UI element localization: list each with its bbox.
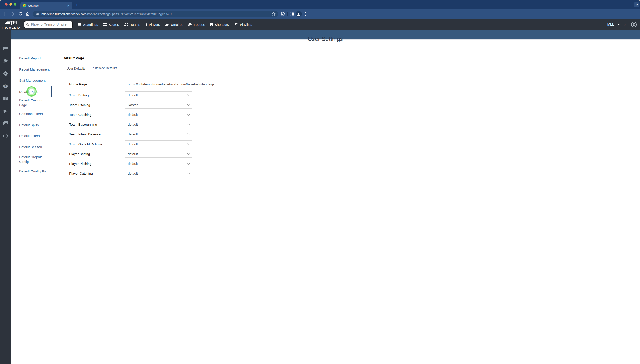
- nav-items: StandingsScoresTeamsPlayersUmpiresLeague…: [78, 23, 252, 26]
- nav-item-shortcuts[interactable]: Shortcuts: [210, 23, 229, 26]
- browser-toolbar: mlbdemo.trumedianetworks.com/baseball/se…: [0, 9, 320, 19]
- defaults-form: Home PageTeam BattingdefaultTeam Pitchin…: [69, 80, 274, 180]
- field-label: Team Catching: [69, 111, 125, 118]
- nav-item-playlists[interactable]: Playlists: [234, 23, 252, 26]
- team-catching-select[interactable]: default: [125, 111, 192, 118]
- defaults-tabs: User DefaultsSitewide Defaults: [62, 64, 304, 73]
- nav-item-label: Playlists: [240, 23, 252, 26]
- team-outfield-defense-select[interactable]: default: [125, 140, 192, 148]
- extensions-icon[interactable]: [280, 12, 285, 16]
- toolbar-divider: [287, 12, 288, 16]
- tab-title: Settings: [28, 4, 66, 7]
- menu-item-stat-management[interactable]: Stat Management: [19, 78, 51, 83]
- url-host: mlbdemo.trumedianetworks.com: [42, 12, 86, 16]
- nav-item-label: Scores: [108, 23, 119, 26]
- nav-item-players[interactable]: Players: [145, 23, 160, 26]
- icon-rail: ?: [0, 30, 11, 182]
- league-icon: [188, 23, 192, 26]
- nav-item-league[interactable]: League: [188, 23, 205, 26]
- active-menu-indicator: [51, 86, 52, 97]
- browser-tab-settings[interactable]: Settings ×: [20, 2, 72, 9]
- menu-item-default-graphic-config[interactable]: Default Graphic Config: [19, 155, 51, 164]
- tab-sitewide-defaults[interactable]: Sitewide Defaults: [90, 64, 121, 73]
- player-catching-select[interactable]: default: [125, 170, 192, 177]
- menu-item-common-filters[interactable]: Common Filters: [19, 112, 51, 116]
- select-value: default: [125, 131, 185, 138]
- bookmark-star-icon[interactable]: [272, 12, 276, 16]
- site-settings-icon[interactable]: [36, 12, 39, 16]
- new-tab-button[interactable]: +: [74, 2, 80, 8]
- tab-user-defaults[interactable]: User Defaults: [62, 64, 90, 73]
- nav-item-label: Teams: [130, 23, 140, 26]
- back-button[interactable]: [1, 10, 9, 18]
- players-icon: [145, 23, 147, 26]
- gear-icon[interactable]: [0, 71, 11, 76]
- help-icon[interactable]: ?: [0, 84, 11, 88]
- playlists-icon: [234, 23, 238, 26]
- umpires-icon: [165, 23, 169, 26]
- menu-item-default-report[interactable]: Default Report: [19, 56, 51, 60]
- nav-item-label: Players: [149, 23, 160, 26]
- chevron-down-icon: [185, 121, 192, 128]
- select-value: default: [125, 111, 185, 118]
- nav-item-standings[interactable]: Standings: [78, 23, 98, 26]
- global-search[interactable]: [24, 21, 73, 28]
- select-value: default: [125, 92, 185, 98]
- megaphone-icon[interactable]: [0, 108, 11, 114]
- menu-item-report-management[interactable]: Report Management: [19, 67, 51, 72]
- form-row: Player Battingdefault: [69, 150, 274, 158]
- menu-item-default-custom-page[interactable]: Default Custom Page: [19, 98, 51, 107]
- side-panel-icon[interactable]: [290, 12, 294, 16]
- chevron-down-icon: [185, 140, 192, 148]
- page-title: User Settings: [11, 36, 320, 42]
- profile-avatar[interactable]: [296, 11, 302, 17]
- search-input[interactable]: [30, 22, 70, 26]
- home-page-input[interactable]: [125, 80, 259, 88]
- team-batting-select[interactable]: default: [125, 92, 192, 99]
- browser-menu-icon[interactable]: [305, 12, 306, 16]
- scores-icon: [103, 23, 107, 26]
- chevron-down-icon: [185, 92, 192, 98]
- video-library-icon[interactable]: [0, 46, 11, 51]
- menu-item-default-splits[interactable]: Default Splits: [19, 122, 51, 127]
- player-batting-select[interactable]: default: [125, 150, 192, 158]
- field-label: Team Pitching: [69, 101, 125, 108]
- zoom-window-button[interactable]: [14, 3, 16, 6]
- trumedia-logo[interactable]: TRUMEDIA: [0, 20, 22, 29]
- svg-text:?: ?: [4, 84, 6, 88]
- menu-item-default-filters[interactable]: Default Filters: [19, 134, 51, 138]
- url-bar[interactable]: mlbdemo.trumedianetworks.com/baseball/se…: [33, 11, 278, 17]
- nav-item-umpires[interactable]: Umpires: [165, 23, 183, 26]
- teams-icon: [124, 23, 128, 26]
- menu-item-default-page[interactable]: Default Page: [19, 89, 51, 94]
- tab-close-icon[interactable]: ×: [66, 4, 70, 8]
- app-nav-bar: TRUMEDIA StandingsScoresTeamsPlayersUmpi…: [0, 19, 320, 30]
- form-row: Team Infield Defensedefault: [69, 130, 274, 138]
- nav-item-label: Shortcuts: [215, 23, 229, 26]
- team-infield-defense-select[interactable]: default: [125, 130, 192, 138]
- standings-icon: [78, 23, 82, 26]
- team-pitching-select[interactable]: Roster: [125, 101, 192, 108]
- team-baserunning-select[interactable]: default: [125, 121, 192, 128]
- form-row: Player Pitchingdefault: [69, 160, 274, 167]
- reload-button[interactable]: [16, 10, 24, 18]
- home-button[interactable]: [24, 10, 32, 18]
- tab-strip: Settings × +: [0, 0, 320, 9]
- menu-item-default-qualify-by[interactable]: Default Qualify By: [19, 169, 51, 174]
- minimize-window-button[interactable]: [9, 3, 12, 6]
- filter-icon[interactable]: [0, 33, 11, 38]
- chevron-down-icon: [185, 150, 192, 157]
- code-icon[interactable]: [0, 134, 11, 138]
- page-content: User Settings Default ReportReport Manag…: [11, 30, 320, 182]
- nav-item-scores[interactable]: Scores: [103, 23, 119, 26]
- url-path: /baseball/settings?pd=%7B"activeTab"%3A"…: [86, 12, 272, 16]
- menu-item-default-season[interactable]: Default Season: [19, 144, 51, 149]
- nav-item-teams[interactable]: Teams: [124, 23, 140, 26]
- book-icon[interactable]: [0, 96, 11, 101]
- home-icon: [26, 12, 29, 16]
- forward-button[interactable]: [9, 10, 16, 18]
- close-window-button[interactable]: [5, 3, 8, 6]
- player-pitching-select[interactable]: default: [125, 160, 192, 167]
- gallery-icon[interactable]: [0, 121, 11, 126]
- tag-icon[interactable]: [0, 59, 11, 64]
